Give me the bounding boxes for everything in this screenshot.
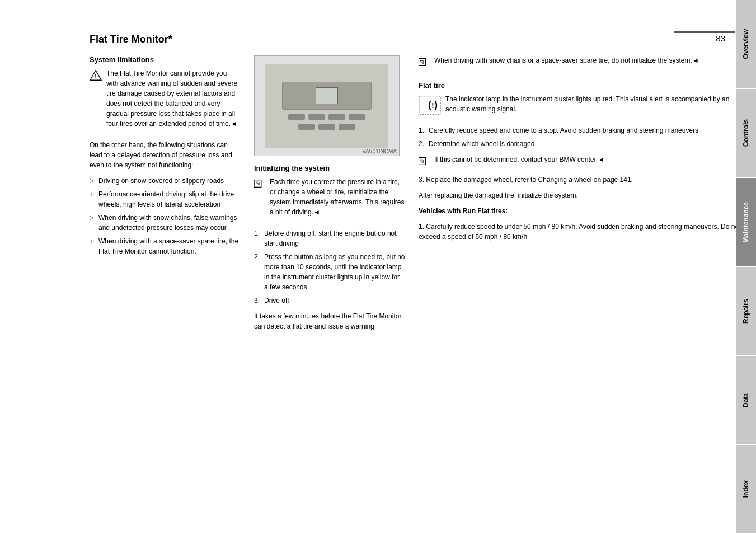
sidebar-tab-maintenance[interactable]: Maintenance xyxy=(736,178,756,267)
flat-tire-indicator-text: The indicator lamp in the instrument clu… xyxy=(445,94,745,114)
run-flat-heading: Vehicles with Run Flat tires: xyxy=(419,206,745,216)
page-number: 83 xyxy=(716,34,725,43)
flat-tire-steps-list: Carefully reduce speed and come to a sto… xyxy=(419,125,745,149)
svg-marker-11 xyxy=(420,160,423,162)
list-item: Drive off. xyxy=(254,296,405,306)
sidebar-tab-label-index: Index xyxy=(742,480,750,498)
svg-text:): ) xyxy=(434,99,438,110)
system-limitations-heading: System limitations xyxy=(90,55,241,64)
note-triangle-icon xyxy=(254,178,265,189)
contact-text: If this cannot be determined, contact yo… xyxy=(434,154,604,165)
svg-text:!: ! xyxy=(431,101,434,110)
image-caption: VAV01INCMA xyxy=(362,148,397,154)
page-title: Flat Tire Monitor* xyxy=(90,34,745,45)
list-item: Press the button as long as you need to,… xyxy=(254,252,405,292)
list-item: When driving with snow chains, false war… xyxy=(90,213,241,233)
page-number-bar xyxy=(674,31,735,33)
sidebar-tab-label-repairs: Repairs xyxy=(742,299,750,324)
main-content: 83 Flat Tire Monitor* System limitations… xyxy=(0,0,756,534)
contact-note-block: If this cannot be determined, contact yo… xyxy=(419,154,745,170)
sidebar-tab-repairs[interactable]: Repairs xyxy=(736,267,756,356)
snow-chains-text: When driving with snow chains or a space… xyxy=(434,55,699,65)
initializing-heading: Initializing the system xyxy=(254,164,405,172)
warning-block: ! The Flat Tire Monitor cannot provide y… xyxy=(90,68,241,134)
list-item: When driving with a space-saver spare ti… xyxy=(90,236,241,256)
after-replace-text: After replacing the damaged tire, initia… xyxy=(419,190,745,200)
col-middle: VAV01INCMA Initializing the system Each … xyxy=(254,55,405,337)
list-item: Carefully reduce speed and come to a sto… xyxy=(419,125,745,135)
snow-chains-block: When driving with snow chains or a space… xyxy=(419,55,745,71)
init-note-text: Each time you correct the pressure in a … xyxy=(270,177,405,217)
list-item: Determine which wheel is damaged xyxy=(419,139,745,149)
sidebar-tab-label-maintenance: Maintenance xyxy=(742,202,750,243)
warning-triangle-icon: ! xyxy=(90,69,102,82)
sidebar-tab-label-data: Data xyxy=(742,393,750,407)
limitations-bullet-list: Driving on snow-covered or slippery road… xyxy=(90,176,241,256)
svg-marker-10 xyxy=(419,158,426,165)
init-body-text: It takes a few minutes before the Flat T… xyxy=(254,311,405,331)
flat-tire-icon: ( ! ) xyxy=(419,95,441,115)
sidebar-tab-index[interactable]: Index xyxy=(736,445,756,534)
svg-marker-5 xyxy=(420,60,423,63)
sidebar-tab-data[interactable]: Data xyxy=(736,356,756,445)
contact-icon xyxy=(419,156,430,167)
run-flat-text: 1. Carefully reduce speed to under 50 mp… xyxy=(419,222,745,242)
page-container: 83 Flat Tire Monitor* System limitations… xyxy=(0,0,756,534)
sidebar: Overview Controls Maintenance Repairs Da… xyxy=(736,0,756,534)
col-left: System limitations ! The Flat Tire Monit… xyxy=(90,55,241,337)
init-numbered-list: Before driving off, start the engine but… xyxy=(254,228,405,306)
warning-text: The Flat Tire Monitor cannot provide you… xyxy=(106,68,241,129)
instrument-image: VAV01INCMA xyxy=(254,55,400,156)
content-columns: System limitations ! The Flat Tire Monit… xyxy=(90,55,745,337)
svg-marker-4 xyxy=(419,59,426,66)
sidebar-tab-controls[interactable]: Controls xyxy=(736,89,756,178)
item3-text: 3. Replace the damaged wheel, refer to C… xyxy=(419,175,745,185)
flat-tire-heading: Flat tire xyxy=(419,81,745,90)
svg-text:!: ! xyxy=(95,73,96,79)
sidebar-tab-label-overview: Overview xyxy=(742,29,750,59)
list-item: Performance-oriented driving: slip at th… xyxy=(90,189,241,209)
snow-chains-icon xyxy=(419,57,430,68)
sidebar-tab-label-controls: Controls xyxy=(742,119,750,147)
list-item: Before driving off, start the engine but… xyxy=(254,228,405,249)
situation-intro-text: On the other hand, the following situati… xyxy=(90,140,241,170)
col-right: When driving with snow chains or a space… xyxy=(419,55,745,337)
note-block-initialize: Each time you correct the pressure in a … xyxy=(254,177,405,223)
flat-tire-indicator-block: ( ! ) The indicator lamp in the instrume… xyxy=(419,94,745,120)
list-item: Driving on snow-covered or slippery road… xyxy=(90,176,241,186)
sidebar-tab-overview[interactable]: Overview xyxy=(736,0,756,89)
